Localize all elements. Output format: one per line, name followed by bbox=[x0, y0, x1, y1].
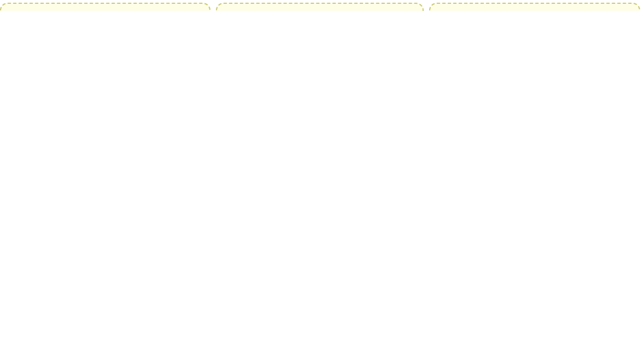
code-block-hello: @RequestMapping("/hello") public String … bbox=[0, 3, 210, 11]
code-block-listaddr: @RequestMapping("/listAddr") public List… bbox=[429, 3, 640, 11]
code-line: @RequestMapping("/hello") bbox=[7, 10, 204, 11]
code-block-getaddr: @RequestMapping("/getAddr") public Addre… bbox=[216, 3, 424, 11]
code-line: @RequestMapping("/listAddr") bbox=[436, 10, 634, 11]
code-line: @RequestMapping("/getAddr") bbox=[223, 10, 417, 11]
